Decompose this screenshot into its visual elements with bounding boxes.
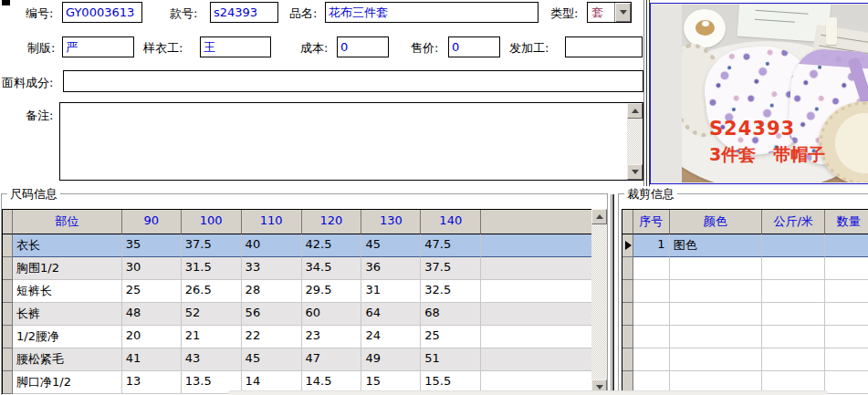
row-header[interactable]	[3, 280, 13, 303]
size-cell[interactable]: 26.5	[182, 280, 242, 303]
size-cell[interactable]: 51	[421, 348, 481, 371]
size-cell[interactable]: 60	[302, 303, 362, 326]
cut-cell[interactable]: 图色	[670, 234, 762, 257]
leixing-combobox[interactable]: 套	[587, 2, 632, 23]
size-cell[interactable]: 52	[182, 303, 242, 326]
beizhu-scrollbar[interactable]	[627, 103, 643, 180]
scroll-up-button[interactable]	[627, 103, 643, 119]
shoujia-input[interactable]	[448, 36, 500, 57]
row-header[interactable]	[622, 326, 633, 348]
row-label[interactable]: 胸围1/2	[13, 257, 122, 280]
size-cell[interactable]: 31.5	[182, 257, 242, 280]
size-cell[interactable]: 30	[122, 257, 182, 280]
size-cell[interactable]: 31	[361, 280, 421, 303]
size-cell[interactable]: 36	[361, 257, 421, 280]
row-label[interactable]: 1/2腰净	[13, 326, 122, 348]
size-cell[interactable]: 28	[242, 280, 302, 303]
leixing-dropdown-button[interactable]	[614, 3, 631, 22]
cut-cell[interactable]	[762, 234, 825, 257]
size-cell[interactable]: 22	[242, 326, 302, 348]
size-cell[interactable]: 33	[242, 257, 302, 280]
cut-cell[interactable]	[670, 257, 762, 280]
row-header[interactable]	[3, 326, 13, 348]
row-header[interactable]	[3, 348, 13, 371]
cut-cell[interactable]	[825, 326, 868, 348]
cut-cell[interactable]	[762, 348, 825, 371]
beizhu-memo[interactable]	[59, 102, 643, 181]
size-cell[interactable]: 48	[122, 303, 182, 326]
row-header[interactable]	[622, 303, 633, 326]
row-label[interactable]: 脚口净1/2	[13, 371, 122, 394]
size-cell[interactable]: 20	[122, 326, 182, 348]
size-cell[interactable]: 42.5	[302, 234, 362, 257]
size-cell[interactable]: 32.5	[421, 280, 481, 303]
row-header[interactable]	[622, 348, 633, 371]
row-header[interactable]	[622, 280, 633, 303]
size-cell[interactable]: 64	[361, 303, 421, 326]
cut-cell[interactable]	[633, 348, 670, 371]
mianliao-input[interactable]	[63, 70, 643, 92]
row-header[interactable]	[622, 257, 633, 280]
cut-cell[interactable]	[825, 371, 868, 394]
horizontal-scrollbar[interactable]	[228, 390, 828, 395]
row-label[interactable]: 腰松紧毛	[13, 348, 122, 371]
filler-cell[interactable]	[481, 303, 592, 326]
cut-cell[interactable]	[825, 348, 868, 371]
cut-cell[interactable]	[762, 280, 825, 303]
cut-cell[interactable]	[633, 280, 670, 303]
size-cell[interactable]: 40	[242, 234, 302, 257]
cut-cell[interactable]	[670, 326, 762, 348]
size-cell[interactable]: 43	[182, 348, 242, 371]
size-cell[interactable]: 35	[122, 234, 182, 257]
zhiban-input[interactable]	[62, 36, 134, 57]
size-cell[interactable]: 24	[361, 326, 421, 348]
size-cell[interactable]: 21	[182, 326, 242, 348]
size-cell[interactable]: 56	[242, 303, 302, 326]
chengben-input[interactable]	[337, 36, 389, 57]
scroll-up-button[interactable]	[591, 209, 607, 224]
filler-cell[interactable]	[481, 257, 592, 280]
size-cell[interactable]: 68	[421, 303, 481, 326]
cut-cell[interactable]: 1	[633, 234, 670, 257]
cut-cell[interactable]	[633, 326, 670, 348]
bianhao-input[interactable]	[62, 2, 142, 23]
size-info-grid[interactable]: 部位90100110120130140衣长3537.54042.54547.5胸…	[2, 209, 593, 394]
cut-cell[interactable]	[633, 303, 670, 326]
size-grid-scrollbar[interactable]	[591, 209, 607, 395]
size-cell[interactable]: 41	[122, 348, 182, 371]
row-header[interactable]	[3, 234, 13, 257]
size-cell[interactable]: 47.5	[421, 234, 481, 257]
size-cell[interactable]: 25	[421, 326, 481, 348]
cut-cell[interactable]	[670, 348, 762, 371]
beizhu-textarea[interactable]	[60, 103, 627, 180]
cut-cell[interactable]	[825, 257, 868, 280]
size-cell[interactable]: 23	[302, 326, 362, 348]
size-cell[interactable]: 45	[361, 234, 421, 257]
filler-cell[interactable]	[481, 280, 592, 303]
cut-cell[interactable]	[670, 280, 762, 303]
size-cell[interactable]: 25	[122, 280, 182, 303]
size-cell[interactable]: 37.5	[421, 257, 481, 280]
cut-cell[interactable]	[762, 257, 825, 280]
size-cell[interactable]: 29.5	[302, 280, 362, 303]
cut-cell[interactable]	[762, 326, 825, 348]
size-cell[interactable]: 34.5	[302, 257, 362, 280]
filler-cell[interactable]	[481, 326, 592, 348]
size-cell[interactable]: 37.5	[182, 234, 242, 257]
size-cell[interactable]: 13	[122, 371, 182, 394]
cut-info-grid[interactable]: 序号颜色公斤/米数量1图色	[622, 209, 868, 394]
cut-cell[interactable]	[825, 280, 868, 303]
row-header[interactable]	[622, 234, 633, 257]
cut-cell[interactable]	[670, 303, 762, 326]
cut-cell[interactable]	[762, 303, 825, 326]
row-header[interactable]	[3, 257, 13, 280]
size-cell[interactable]: 47	[302, 348, 362, 371]
pinming-input[interactable]	[325, 2, 539, 23]
yangyigong-input[interactable]	[200, 36, 271, 57]
fajiagong-input[interactable]	[565, 36, 643, 57]
filler-cell[interactable]	[481, 348, 592, 371]
row-label[interactable]: 短裤长	[13, 280, 122, 303]
row-label[interactable]: 长裤	[13, 303, 122, 326]
filler-cell[interactable]	[481, 234, 592, 257]
row-header[interactable]	[3, 371, 13, 394]
